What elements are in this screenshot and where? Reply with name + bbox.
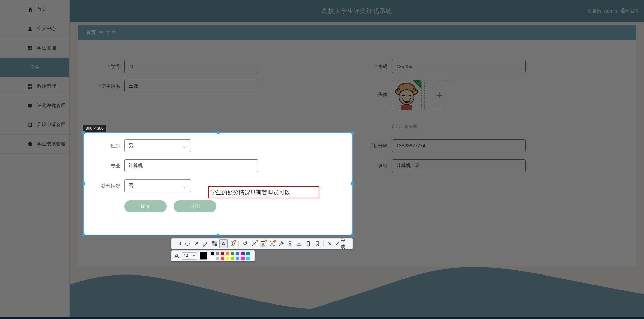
sidebar-item-label: 教师管理 <box>37 83 56 89</box>
breadcrumb-home[interactable]: 首页 <box>86 30 96 36</box>
finish-snip-button[interactable]: ✓ 完成 <box>335 239 350 248</box>
sidebar-item-award-mgmt[interactable]: 评奖评优管理 <box>0 96 69 115</box>
toolbar-divider <box>323 241 324 246</box>
sidebar: 首页 个人中心 学生管理 学生 教师管理 评奖评优管理 异议申请管理 学生成绩管… <box>0 0 70 319</box>
record-icon <box>288 241 292 246</box>
region-recognize-tool-button[interactable] <box>268 239 277 248</box>
notification-dot <box>274 240 276 242</box>
logout-link[interactable]: 退出登录 <box>620 8 639 14</box>
sidebar-item-grades-mgmt[interactable]: 学生成绩管理 <box>0 135 69 154</box>
color-swatch[interactable] <box>246 251 250 256</box>
send-to-phone-button[interactable] <box>304 239 313 248</box>
avatar-thumbnail[interactable]: ✓ <box>392 80 422 110</box>
color-swatch[interactable] <box>210 256 215 261</box>
color-palette <box>210 251 250 261</box>
bookmark-tool-button[interactable] <box>313 239 321 248</box>
username: admin <box>604 8 617 14</box>
color-swatch[interactable] <box>240 256 245 261</box>
rectangle-icon <box>176 242 181 245</box>
text-tool-button[interactable]: A <box>219 239 228 248</box>
student-name-label: *学生姓名 <box>78 80 120 92</box>
ellipse-tool-button[interactable] <box>183 239 192 248</box>
password-input[interactable] <box>392 60 526 73</box>
resize-handle-top-center[interactable] <box>217 131 219 134</box>
record-tool-button[interactable] <box>286 239 294 248</box>
avatar-upload-hint: 点击上传头像 <box>392 124 417 129</box>
taskbar-strip <box>0 317 644 319</box>
user-icon <box>28 26 33 31</box>
dropdown-arrow-icon <box>192 255 195 257</box>
color-swatch[interactable] <box>235 256 240 261</box>
resize-handle-top-left[interactable] <box>82 131 85 134</box>
breadcrumb-separator-icon <box>99 31 103 34</box>
user-role: 管理员 <box>587 8 601 14</box>
phone-input[interactable] <box>392 139 526 152</box>
sidebar-item-profile[interactable]: 个人中心 <box>0 19 69 38</box>
class-input[interactable] <box>392 159 526 172</box>
password-label: *密码 <box>337 60 387 73</box>
resize-handle-bottom-right[interactable] <box>351 234 354 236</box>
medal-icon <box>28 142 33 147</box>
resize-handle-bottom-left[interactable] <box>82 234 85 236</box>
font-size-select[interactable]: 14 <box>182 252 197 260</box>
snip-toolbar: ↗ A 1 ↺ A <box>171 238 353 249</box>
check-icon: ✓ <box>418 81 421 85</box>
resize-handle-bottom-center[interactable] <box>217 234 219 236</box>
ellipse-icon <box>185 242 190 246</box>
cut-tool-button[interactable] <box>250 239 258 248</box>
current-color-swatch[interactable] <box>200 252 207 260</box>
sidebar-item-label: 学生管理 <box>37 45 56 51</box>
arrow-tool-button[interactable]: ↗ <box>192 239 201 248</box>
color-swatch[interactable] <box>220 251 225 256</box>
snip-size-label: 800 × 306 <box>83 125 106 132</box>
sidebar-item-label: 个人中心 <box>37 26 56 32</box>
phone-icon <box>305 241 311 246</box>
cancel-snip-button[interactable]: × <box>326 239 334 248</box>
avatar-upload-button[interactable]: + <box>424 80 454 110</box>
ocr-tool-button[interactable]: A <box>259 239 267 248</box>
color-swatch[interactable] <box>246 256 250 261</box>
color-swatch[interactable] <box>215 251 220 256</box>
pencil-tool-button[interactable] <box>201 239 210 248</box>
color-swatch[interactable] <box>210 251 215 256</box>
snip-selection-region[interactable]: 800 × 306 <box>83 132 353 235</box>
font-size-value: 14 <box>184 253 188 258</box>
sidebar-item-label: 学生成绩管理 <box>37 141 65 147</box>
color-swatch[interactable] <box>230 256 235 261</box>
pencil-icon <box>203 241 208 246</box>
avatar-label: 头像 <box>337 88 387 101</box>
color-swatch[interactable] <box>240 251 245 256</box>
required-asterisk: * <box>108 64 110 69</box>
student-name-input[interactable] <box>124 80 258 92</box>
rectangle-tool-button[interactable] <box>174 239 183 248</box>
undo-icon: ↺ <box>243 241 248 246</box>
save-download-button[interactable] <box>295 239 303 248</box>
ocr-icon: A <box>260 241 266 246</box>
screen: 首页 个人中心 学生管理 学生 教师管理 评奖评优管理 异议申请管理 学生成绩管… <box>0 0 644 319</box>
text-tool-icon: A <box>222 241 225 246</box>
mosaic-tool-button[interactable] <box>210 239 219 248</box>
color-swatch[interactable] <box>220 256 225 261</box>
color-swatch[interactable] <box>225 251 230 256</box>
undo-button[interactable]: ↺ <box>241 239 249 248</box>
close-icon: × <box>328 240 332 247</box>
resize-handle-top-right[interactable] <box>351 131 354 134</box>
color-swatch[interactable] <box>225 256 230 261</box>
sidebar-item-home[interactable]: 首页 <box>0 0 69 19</box>
step-number-tool-button[interactable]: 1 <box>228 239 237 248</box>
color-swatch[interactable] <box>215 256 220 261</box>
grid-icon <box>28 84 33 89</box>
pin-icon <box>279 241 284 246</box>
color-swatch[interactable] <box>230 251 235 256</box>
sidebar-item-teacher-mgmt[interactable]: 教师管理 <box>0 77 69 96</box>
sidebar-item-student-mgmt[interactable]: 学生管理 <box>0 38 69 58</box>
sidebar-item-student-active[interactable]: 学生 <box>0 58 69 77</box>
pin-tool-button[interactable] <box>277 239 285 248</box>
color-swatch[interactable] <box>235 251 240 256</box>
home-icon <box>28 7 33 12</box>
sidebar-item-objection-mgmt[interactable]: 异议申请管理 <box>0 115 69 135</box>
student-id-input[interactable] <box>124 60 258 73</box>
resize-handle-mid-right[interactable] <box>351 182 354 185</box>
toolbar-divider <box>238 241 239 246</box>
resize-handle-mid-left[interactable] <box>82 182 85 185</box>
